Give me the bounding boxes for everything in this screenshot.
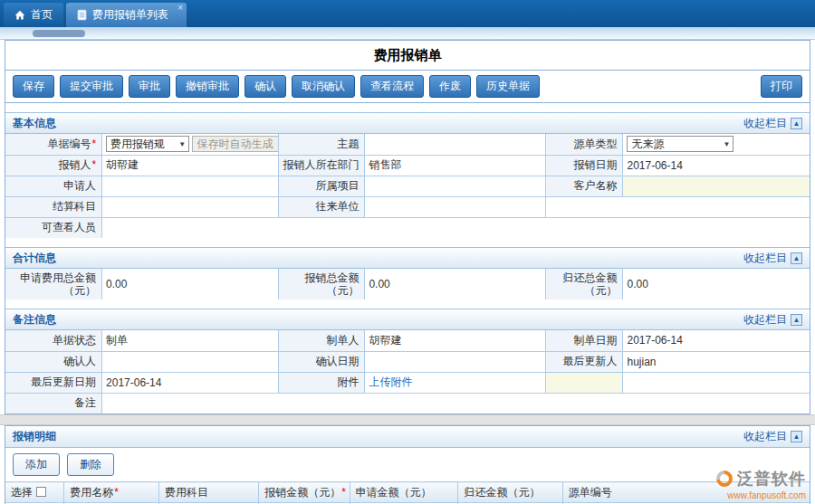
- collapse-icon: ▲: [791, 431, 802, 442]
- confirm-date-field: [365, 351, 546, 372]
- status-value: 制单: [102, 330, 279, 351]
- approve-button[interactable]: 审批: [129, 75, 170, 98]
- brand-name: 泛普软件: [737, 468, 806, 490]
- project-field[interactable]: [365, 176, 546, 196]
- invalidate-button[interactable]: 作废: [429, 75, 471, 98]
- collapse-detail[interactable]: 收起栏目 ▲: [743, 429, 802, 444]
- make-date-value: 2017-06-14: [623, 330, 810, 351]
- doc-no-auto-field: 保存时自动生成: [192, 136, 279, 152]
- collapse-totals[interactable]: 收起栏目 ▲: [743, 251, 802, 266]
- home-icon: [14, 10, 25, 21]
- upload-attachment-link[interactable]: 上传附件: [369, 376, 412, 388]
- horizontal-scrollbar[interactable]: [0, 27, 815, 40]
- close-icon[interactable]: ×: [177, 4, 183, 13]
- remarks-table: 单据状态 制单 制单人 胡帮建 制单日期 2017-06-14 确认人 确认日期…: [5, 330, 810, 414]
- dept-field[interactable]: 销售部: [365, 155, 546, 176]
- collapse-remarks[interactable]: 收起栏目 ▲: [743, 312, 802, 328]
- collapse-totals-label: 收起栏目: [743, 251, 787, 266]
- make-date-label: 制单日期: [546, 330, 623, 351]
- brand-logo-icon: [713, 467, 735, 490]
- subject-field[interactable]: [365, 134, 546, 155]
- page-title: 费用报销单: [5, 41, 810, 70]
- required-mark: *: [91, 138, 96, 150]
- watermark: 泛普软件 www.fanpusoft.com: [716, 468, 806, 500]
- reimburse-total-value: 0.00: [365, 269, 546, 300]
- counterpart-label: 往来单位: [279, 196, 365, 217]
- confirmer-field[interactable]: [102, 351, 279, 372]
- select-all-checkbox[interactable]: [36, 487, 46, 497]
- chevron-down-icon: ▼: [178, 140, 186, 148]
- doc-no-label: 单据编号*: [5, 134, 102, 155]
- update-date-label: 最后更新日期: [5, 372, 102, 393]
- customer-label: 客户名称: [546, 176, 623, 196]
- source-type-select[interactable]: 无来源▼: [627, 136, 734, 152]
- counterpart-field[interactable]: [365, 196, 546, 217]
- tab-expense-list[interactable]: 费用报销单列表 ×: [66, 3, 187, 27]
- collapse-icon: ▲: [791, 252, 802, 264]
- save-button[interactable]: 保存: [13, 75, 54, 98]
- add-row-button[interactable]: 添加: [13, 453, 60, 476]
- detail-grid: 选择 费用名称* 费用科目 报销金额（元）* 申请金额（元） 归还金额（元） 源…: [5, 481, 810, 504]
- history-button[interactable]: 历史单据: [476, 75, 540, 98]
- source-type-value: 无来源: [631, 137, 664, 152]
- cancel-confirm-button[interactable]: 取消确认: [292, 75, 355, 98]
- apply-total-label: 申请费用总金额（元）: [5, 269, 102, 300]
- return-total-label: 归还总金额（元）: [546, 269, 623, 300]
- chevron-down-icon: ▼: [724, 140, 731, 148]
- section-detail-title: 报销明细: [13, 429, 56, 444]
- panel-splitter[interactable]: [0, 414, 815, 425]
- applicant-field[interactable]: [102, 176, 279, 196]
- confirm-date-label: 确认日期: [279, 351, 365, 372]
- submit-approval-button[interactable]: 提交审批: [60, 75, 123, 98]
- note-field[interactable]: [102, 393, 810, 414]
- updater-label: 最后更新人: [546, 351, 623, 372]
- viewers-label: 可查看人员: [5, 217, 102, 238]
- delete-row-button[interactable]: 删除: [67, 453, 114, 476]
- collapse-icon: ▲: [791, 314, 802, 326]
- section-detail-header: 报销明细 收起栏目 ▲: [5, 426, 810, 448]
- doc-no-type-select[interactable]: 费用报销规▼: [106, 136, 189, 152]
- empty-cell: [623, 372, 810, 393]
- customer-field[interactable]: [623, 176, 810, 196]
- doc-no-cell: 费用报销规▼ 保存时自动生成: [102, 134, 279, 155]
- toolbar: 保存 提交审批 审批 撤销审批 确认 取消确认 查看流程 作废 历史单据 打印: [5, 70, 810, 103]
- section-basic-title: 基本信息: [13, 116, 56, 131]
- section-remarks-title: 备注信息: [13, 312, 56, 328]
- col-select: 选择: [5, 482, 64, 503]
- collapse-basic-label: 收起栏目: [743, 116, 787, 131]
- return-total-value: 0.00: [623, 269, 810, 300]
- settlement-field[interactable]: [102, 196, 279, 217]
- collapse-detail-label: 收起栏目: [743, 429, 787, 444]
- collapse-basic[interactable]: 收起栏目 ▲: [743, 116, 802, 131]
- tab-bar: 首页 费用报销单列表 ×: [0, 0, 815, 27]
- revoke-approval-button[interactable]: 撤销审批: [176, 75, 239, 98]
- reimburser-field[interactable]: 胡帮建: [102, 155, 279, 176]
- subject-label: 主题: [279, 134, 365, 155]
- project-label: 所属项目: [279, 176, 365, 196]
- required-mark: *: [114, 486, 119, 499]
- view-flow-button[interactable]: 查看流程: [360, 75, 424, 98]
- maker-value: 胡帮建: [365, 330, 546, 351]
- basic-info-table: 单据编号* 费用报销规▼ 保存时自动生成 主题 源单类型 无来源▼ 报销人* 胡…: [5, 134, 810, 238]
- tab-expense-list-label: 费用报销单列表: [92, 7, 168, 23]
- section-basic-header: 基本信息 收起栏目 ▲: [5, 112, 810, 134]
- horizontal-scrollbar-thumb[interactable]: [33, 30, 85, 37]
- reimburser-label: 报销人*: [5, 155, 102, 176]
- collapse-remarks-label: 收起栏目: [743, 312, 787, 328]
- dept-label: 报销人所在部门: [279, 155, 365, 176]
- tab-home[interactable]: 首页: [4, 3, 63, 27]
- reimburse-date-field[interactable]: 2017-06-14: [623, 155, 810, 176]
- empty-cell: [546, 196, 810, 217]
- maker-label: 制单人: [279, 330, 365, 351]
- updater-value: hujian: [623, 351, 810, 372]
- col-expense-name: 费用名称*: [64, 482, 159, 503]
- viewers-field[interactable]: [102, 217, 810, 238]
- tab-home-label: 首页: [31, 7, 53, 23]
- print-button[interactable]: 打印: [761, 75, 802, 98]
- note-label: 备注: [5, 393, 102, 414]
- form-panel: 费用报销单 保存 提交审批 审批 撤销审批 确认 取消确认 查看流程 作废 历史…: [5, 40, 810, 414]
- apply-total-value: 0.00: [102, 269, 279, 300]
- attachment-cell: 上传附件: [365, 372, 546, 393]
- confirm-button[interactable]: 确认: [244, 75, 286, 98]
- required-mark: *: [91, 158, 96, 171]
